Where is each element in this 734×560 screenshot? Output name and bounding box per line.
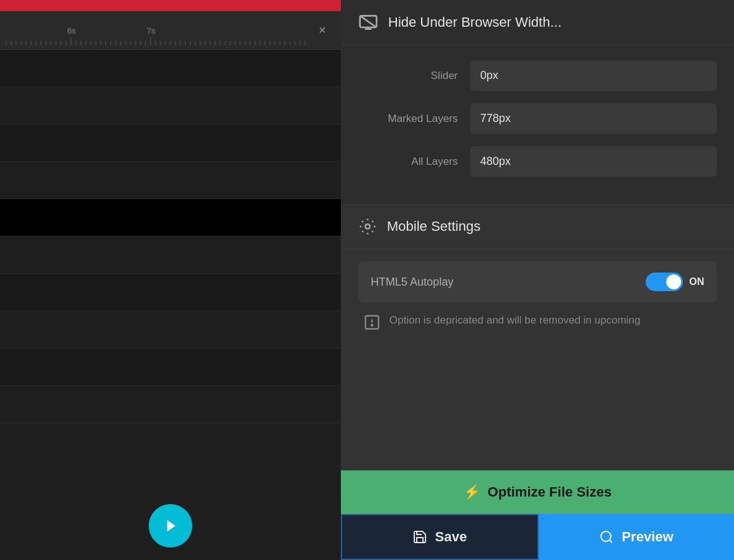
track-row — [0, 50, 341, 87]
all-layers-setting-row: All Layers — [358, 146, 717, 177]
deprecation-text: Option is depricated and will be removed… — [389, 312, 641, 329]
close-button[interactable]: × — [309, 17, 336, 44]
slider-setting-row: Slider — [358, 60, 717, 91]
warning-icon — [363, 314, 381, 335]
marked-layers-input[interactable] — [470, 103, 717, 134]
deprecation-notice: Option is depricated and will be removed… — [358, 312, 717, 335]
track-row — [0, 386, 341, 423]
right-panel: Hide Under Browser Width... Slider Marke… — [341, 0, 734, 560]
autoplay-toggle[interactable] — [646, 273, 683, 291]
marked-layers-setting-row: Marked Layers — [358, 103, 717, 134]
all-layers-input[interactable] — [470, 146, 717, 177]
preview-icon — [599, 530, 614, 544]
mobile-settings-icon — [358, 217, 377, 236]
timeline-panel: 6s — [0, 0, 341, 560]
svg-point-73 — [371, 325, 373, 326]
mobile-section-header: Mobile Settings — [341, 205, 734, 249]
svg-text:6s: 6s — [67, 26, 76, 35]
hide-browser-width-section: Hide Under Browser Width... Slider Marke… — [341, 0, 734, 204]
track-row — [0, 311, 341, 348]
top-red-bar — [0, 0, 341, 11]
save-button[interactable]: Save — [341, 514, 539, 560]
track-row — [0, 124, 341, 162]
track-row-black — [0, 199, 341, 236]
mobile-settings-body: HTML5 Autoplay ON Option is depricated a… — [341, 249, 734, 347]
svg-line-75 — [610, 540, 612, 543]
forward-button[interactable] — [149, 504, 192, 548]
hide-settings-area: Slider Marked Layers All Layers — [341, 45, 734, 204]
slider-label: Slider — [358, 70, 470, 82]
timeline-ruler: 6s — [0, 11, 309, 49]
track-rows — [0, 50, 341, 423]
autoplay-row: HTML5 Autoplay ON — [358, 261, 717, 302]
track-row — [0, 162, 341, 199]
save-button-label: Save — [435, 529, 467, 545]
hide-section-title: Hide Under Browser Width... — [388, 14, 562, 30]
track-row — [0, 87, 341, 124]
svg-line-67 — [360, 16, 377, 27]
mobile-section-title: Mobile Settings — [387, 218, 480, 235]
svg-text:7s: 7s — [147, 26, 156, 35]
timeline-header: 6s — [0, 11, 341, 50]
preview-button-label: Preview — [621, 529, 673, 545]
preview-button[interactable]: Preview — [539, 514, 734, 560]
all-layers-label: All Layers — [358, 156, 470, 168]
track-row — [0, 348, 341, 386]
track-row — [0, 236, 341, 274]
autoplay-toggle-container: ON — [646, 273, 704, 291]
svg-point-74 — [601, 531, 611, 541]
hide-browser-icon — [358, 12, 378, 32]
optimize-button[interactable]: ⚡ Optimize File Sizes — [341, 470, 734, 514]
track-row — [0, 274, 341, 311]
optimize-icon: ⚡ — [463, 484, 480, 500]
slider-input[interactable] — [470, 60, 717, 91]
hide-section-header: Hide Under Browser Width... — [341, 0, 734, 45]
mobile-settings-section: Mobile Settings HTML5 Autoplay ON — [341, 204, 734, 470]
svg-point-70 — [365, 224, 370, 229]
save-preview-row: Save Preview — [341, 514, 734, 560]
marked-layers-label: Marked Layers — [358, 113, 470, 125]
bottom-actions: ⚡ Optimize File Sizes Save Preview — [341, 470, 734, 560]
save-icon — [412, 530, 427, 544]
autoplay-label: HTML5 Autoplay — [371, 276, 453, 289]
toggle-on-label: ON — [689, 276, 704, 287]
optimize-button-label: Optimize File Sizes — [488, 484, 611, 500]
